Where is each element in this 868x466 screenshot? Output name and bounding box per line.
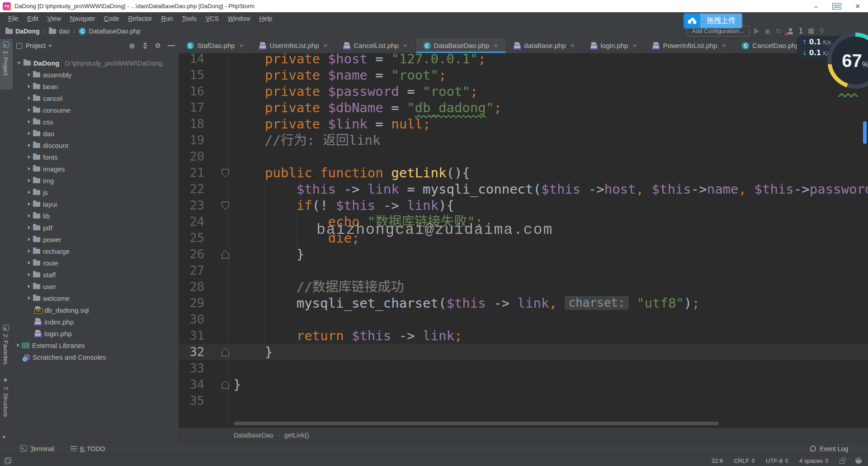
user-profile-icon[interactable] [787, 28, 793, 34]
tree-item-discount[interactable]: discount [13, 139, 179, 151]
close-icon[interactable]: × [493, 42, 498, 49]
drag-upload-button[interactable]: 拖拽上传 [684, 14, 742, 28]
tab-PowerInfoList.php[interactable]: PowerInfoList.php× [645, 38, 734, 53]
chevron-right-icon[interactable] [28, 285, 30, 288]
settings-gear-icon[interactable]: ⚙ [155, 42, 161, 50]
horizontal-scrollbar[interactable] [234, 422, 719, 425]
chevron-right-icon[interactable] [28, 273, 30, 276]
inspector-hector-icon[interactable] [855, 457, 862, 464]
tree-item-layui[interactable]: layui [13, 198, 179, 210]
tree-item-bean[interactable]: bean [13, 81, 179, 92]
close-icon[interactable]: × [403, 42, 408, 49]
chevron-right-icon[interactable] [28, 226, 30, 229]
breadcrumb-item-DaDong[interactable]: DaDong [5, 28, 40, 35]
code-editor[interactable]: 1415161718192021222324252627282930313233… [179, 53, 868, 428]
event-log-button[interactable]: Event Log [810, 445, 848, 452]
chevron-down-icon[interactable] [48, 45, 52, 47]
menu-refactor[interactable]: Refactor [124, 12, 157, 25]
status-4-spaces[interactable]: 4 spaces [799, 457, 829, 464]
tree-item-img[interactable]: img [13, 175, 179, 186]
stop-icon[interactable] [808, 29, 814, 34]
run-icon[interactable] [754, 28, 759, 34]
tree-item-dadong[interactable]: DaDongD:\phpstudy_pro\WWW\DaDong [13, 57, 179, 69]
tree-item-css[interactable]: css [13, 116, 179, 128]
menu-view[interactable]: View [43, 12, 66, 25]
fold-marker-icon[interactable] [222, 169, 229, 177]
chevron-right-icon[interactable] [28, 120, 30, 124]
menu-navigate[interactable]: Navigate [66, 12, 99, 25]
tree-item-consume[interactable]: consume [13, 104, 179, 116]
search-icon[interactable]: ⚲ [819, 27, 824, 35]
breadcrumb-item-dao[interactable]: dao [49, 28, 69, 35]
tree-item-lib[interactable]: lib [13, 210, 179, 222]
rerun-icon[interactable]: ↻ [776, 27, 782, 35]
tree-item-user[interactable]: user [13, 281, 179, 292]
chevron-right-icon[interactable] [28, 108, 30, 112]
chevron-right-icon[interactable] [28, 85, 30, 88]
close-icon[interactable]: × [570, 42, 575, 49]
close-icon[interactable]: × [239, 42, 244, 49]
tree-item-staff[interactable]: staff [13, 269, 179, 281]
tree-item-assembly[interactable]: assembly [13, 69, 179, 81]
close-icon[interactable]: × [323, 42, 328, 49]
breadcrumb-method[interactable]: getLink() [284, 432, 309, 439]
chevron-right-icon[interactable] [28, 179, 30, 182]
tab-login.php[interactable]: login.php× [583, 38, 646, 53]
chevron-right-icon[interactable] [28, 167, 30, 171]
tab-dataBase.php[interactable]: dataBase.php× [506, 38, 583, 53]
close-icon[interactable]: × [721, 42, 726, 49]
chevron-down-icon[interactable] [17, 62, 21, 64]
breadcrumb-item-DataBaseDao.php[interactable]: DataBaseDao.php [79, 28, 140, 35]
restore-button[interactable] [826, 0, 847, 12]
menu-window[interactable]: Window [223, 12, 255, 25]
tab-StafDao.php[interactable]: StafDao.php× [179, 38, 252, 53]
chevron-right-icon[interactable] [28, 155, 30, 159]
minimize-button[interactable]: – [806, 0, 826, 12]
tree-item-dao[interactable]: dao [13, 128, 179, 139]
chevron-right-icon[interactable] [28, 296, 30, 300]
menu-file[interactable]: File [4, 12, 23, 25]
tree-item-scratches-and-consoles[interactable]: Scratches and Consoles [13, 351, 179, 363]
tree-item-power[interactable]: power [13, 233, 179, 245]
status-32-6[interactable]: 32:6 [712, 457, 723, 464]
terminal-button[interactable]: Terminal [20, 445, 54, 452]
status-utf-8[interactable]: UTF-8 [766, 457, 788, 464]
close-icon[interactable]: × [632, 42, 637, 49]
menu-code[interactable]: Code [99, 12, 123, 25]
close-button[interactable]: ✕ [847, 0, 868, 12]
chevron-right-icon[interactable] [28, 143, 30, 147]
menu-tools[interactable]: Tools [177, 12, 201, 25]
chevron-right-icon[interactable] [28, 132, 30, 135]
project-panel-title[interactable]: Project [26, 42, 46, 49]
tree-item-pdf[interactable]: pdf [13, 222, 179, 233]
chevron-right-icon[interactable] [28, 238, 30, 241]
vertical-scrollbar[interactable] [863, 121, 867, 144]
fold-marker-icon[interactable] [222, 380, 229, 389]
menu-edit[interactable]: Edit [23, 12, 43, 25]
chevron-right-icon[interactable] [28, 202, 30, 206]
tree-item-index.php[interactable]: index.php [13, 316, 179, 328]
todo-button[interactable]: 6: TODO [71, 445, 105, 452]
debug-bug-icon[interactable]: ◉ [764, 27, 770, 35]
tab-CancelList.php[interactable]: CancelList.php× [336, 38, 415, 53]
tree-item-db_dadong.sql[interactable]: db_dadong.sql [13, 304, 179, 316]
tree-item-welcome[interactable]: welcome [13, 292, 179, 304]
chevron-right-icon[interactable] [28, 214, 30, 218]
chevron-right-icon[interactable] [28, 73, 30, 76]
status-crlf[interactable]: CRLF [734, 457, 755, 464]
tool-window-toggle-icon[interactable] [5, 457, 11, 464]
tab-UserInfoList.php[interactable]: UserInfoList.php× [252, 38, 336, 53]
tree-item-recharge[interactable]: recharge [13, 245, 179, 257]
tree-item-route[interactable]: route [13, 257, 179, 269]
menu-vcs[interactable]: VCS [201, 12, 223, 25]
breadcrumb-class[interactable]: DataBaseDao [234, 432, 273, 439]
fold-marker-icon[interactable] [222, 250, 229, 259]
chevron-right-icon[interactable] [28, 261, 30, 265]
tree-item-login.php[interactable]: login.php [13, 328, 179, 339]
tree-item-js[interactable]: js [13, 186, 179, 198]
fold-marker-icon[interactable] [222, 348, 229, 357]
menu-help[interactable]: Help [255, 12, 277, 25]
tree-item-external-libraries[interactable]: External Libraries [13, 339, 179, 351]
tree-item-fonts[interactable]: fonts [13, 151, 179, 163]
hide-panel-icon[interactable]: — [168, 42, 175, 50]
